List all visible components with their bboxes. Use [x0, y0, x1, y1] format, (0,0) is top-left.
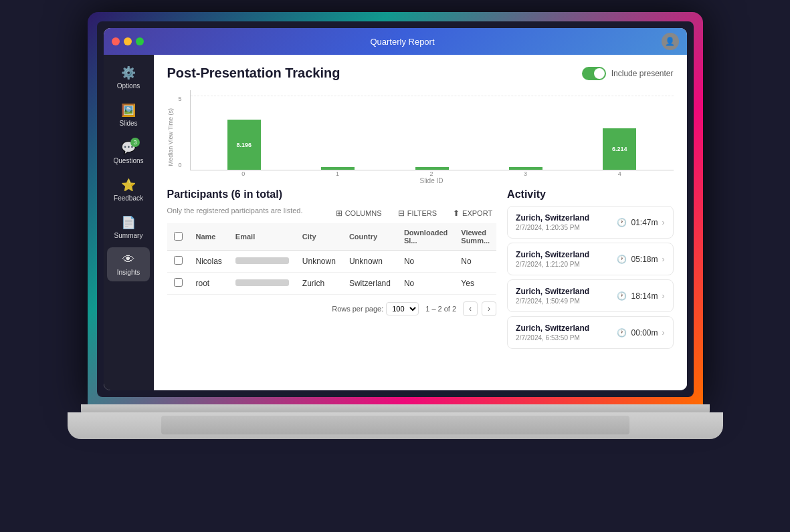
two-column-layout: Participants (6 in total) Only the regis… [167, 188, 674, 353]
sidebar-item-options[interactable]: ⚙️ Options [107, 60, 150, 95]
row-0-downloaded: No [397, 251, 454, 273]
chevron-icon-2: › [662, 291, 665, 301]
chart-bar-4: 6.214 [603, 128, 636, 170]
columns-icon: ⊞ [336, 209, 342, 218]
user-avatar[interactable]: 👤 [662, 33, 679, 50]
table-controls: ⊞ COLUMNS ⊟ FILTERS ⬆ [332, 206, 496, 221]
sidebar-item-slides[interactable]: 🖼️ Slides [107, 98, 150, 132]
insights-icon: 👁 [122, 253, 134, 267]
columns-label: COLUMNS [345, 209, 382, 217]
laptop-container: Quarterly Report 👤 ⚙️ Options 🖼️ Slides [74, 12, 716, 520]
email-redacted-0 [235, 257, 289, 264]
minimize-button[interactable] [124, 37, 132, 45]
clock-icon-0: 🕐 [617, 218, 627, 227]
activity-info-3: Zurich, Switzerland 2/7/2024, 6:53:50 PM [516, 323, 589, 342]
row-1-city: Zurich [296, 273, 342, 295]
y-axis-label: Median View Time (s) [167, 108, 174, 166]
chart-bar-2 [415, 167, 449, 170]
select-all-checkbox[interactable] [174, 232, 183, 241]
laptop-keyboard [161, 416, 629, 434]
slides-icon: 🖼️ [121, 103, 136, 118]
close-button[interactable] [112, 37, 120, 45]
questions-icon: 💬 3 [121, 140, 136, 155]
activity-item-2[interactable]: Zurich, Switzerland 2/7/2024, 1:50:49 PM… [507, 279, 673, 312]
chart-bar-1 [321, 167, 355, 170]
chart-bar-group-0: 8.196 [197, 90, 291, 170]
main-content: Post-Presentation Tracking Include prese… [154, 55, 687, 390]
col-name: Name [189, 223, 229, 251]
page-title: Post-Presentation Tracking [167, 65, 340, 81]
chart-bar-group-1 [291, 90, 385, 170]
y-tick-0: 0 [179, 162, 182, 168]
activity-date-3: 2/7/2024, 6:53:50 PM [516, 334, 589, 342]
sidebar-item-feedback[interactable]: ⭐ Feedback [107, 172, 150, 207]
participants-table: Name Email City Country Downloaded Sl...… [167, 223, 497, 295]
table-footer: Rows per page: 100 1 – 2 of 2 ‹ › [167, 295, 497, 323]
activity-info-2: Zurich, Switzerland 2/7/2024, 1:50:49 PM [516, 287, 589, 305]
row-1-country: Switzerland [342, 273, 397, 295]
table-note: Only the registered participants are lis… [167, 207, 303, 215]
sidebar: ⚙️ Options 🖼️ Slides 💬 3 Que [104, 55, 154, 390]
col-downloaded: Downloaded Sl... [397, 223, 454, 251]
activity-item-0[interactable]: Zurich, Switzerland 2/7/2024, 1:20:35 PM… [507, 206, 673, 239]
row-1-checkbox[interactable] [167, 273, 189, 295]
x-label-4: 4 [573, 170, 667, 177]
chevron-icon-3: › [662, 328, 665, 338]
x-label-2: 2 [385, 170, 479, 177]
x-axis-title: Slide ID [190, 177, 674, 184]
chart-bar-group-4: 6.214 [573, 90, 666, 170]
summary-icon: 📄 [121, 215, 136, 230]
bar-label-4: 6.214 [612, 146, 627, 152]
col-country: Country [342, 223, 397, 251]
filters-label: FILTERS [407, 209, 437, 217]
select-all-header[interactable] [167, 223, 189, 251]
sidebar-label-feedback: Feedback [114, 194, 143, 202]
row-1-select[interactable] [174, 278, 183, 287]
export-icon: ⬆ [453, 209, 460, 218]
maximize-button[interactable] [136, 37, 144, 45]
x-label-1: 1 [290, 170, 385, 177]
export-button[interactable]: ⬆ EXPORT [449, 206, 496, 221]
clock-icon-3: 🕐 [617, 328, 627, 338]
activity-item-3[interactable]: Zurich, Switzerland 2/7/2024, 6:53:50 PM… [507, 316, 673, 349]
app-window: Quarterly Report 👤 ⚙️ Options 🖼️ Slides [104, 28, 687, 390]
activity-location-3: Zurich, Switzerland [516, 323, 589, 333]
prev-page-button[interactable]: ‹ [463, 301, 478, 316]
traffic-lights [112, 37, 144, 45]
filters-button[interactable]: ⊟ FILTERS [394, 206, 441, 221]
time-value-1: 05:18m [631, 255, 658, 264]
row-0-select[interactable] [174, 256, 183, 265]
time-value-2: 18:14m [631, 291, 658, 301]
row-0-viewed: No [454, 251, 496, 273]
laptop-screen: Quarterly Report 👤 ⚙️ Options 🖼️ Slides [88, 12, 703, 406]
activity-title: Activity [507, 188, 673, 201]
columns-button[interactable]: ⊞ COLUMNS [332, 206, 386, 221]
row-0-name: Nicolas [189, 251, 229, 273]
sidebar-item-summary[interactable]: 📄 Summary [107, 210, 150, 245]
bar-label-0: 8.196 [236, 142, 252, 148]
row-0-checkbox[interactable] [167, 251, 189, 273]
activity-time-3: 🕐 00:00m › [617, 328, 664, 338]
star-icon: ⭐ [121, 178, 136, 192]
toggle-container: Include presenter [582, 67, 674, 80]
sidebar-item-insights[interactable]: 👁 Insights [107, 247, 150, 281]
row-0-city: Unknown [296, 251, 342, 273]
row-0-email [229, 251, 296, 273]
include-presenter-toggle[interactable] [582, 67, 606, 80]
x-label-0: 0 [197, 170, 291, 177]
activity-item-1[interactable]: Zurich, Switzerland 2/7/2024, 1:21:20 PM… [507, 243, 673, 275]
window-title: Quarterly Report [144, 37, 662, 47]
col-email: Email [229, 223, 296, 251]
rows-per-page-select[interactable]: 100 [386, 302, 419, 315]
table-row: Nicolas Unknown Unknown No No [167, 251, 497, 273]
sidebar-item-questions[interactable]: 💬 3 Questions [107, 135, 150, 170]
chart-bars: 8.196 [191, 90, 674, 170]
chart-bar-group-2 [385, 90, 478, 170]
next-page-button[interactable]: › [482, 301, 496, 316]
chart-bar-0: 8.196 [227, 120, 261, 170]
gear-icon: ⚙️ [121, 65, 136, 80]
activity-time-0: 🕐 01:47m › [617, 218, 664, 227]
table-header-row: Name Email City Country Downloaded Sl...… [167, 223, 497, 251]
y-tick-5: 5 [179, 96, 182, 102]
sidebar-label-slides: Slides [119, 120, 137, 127]
